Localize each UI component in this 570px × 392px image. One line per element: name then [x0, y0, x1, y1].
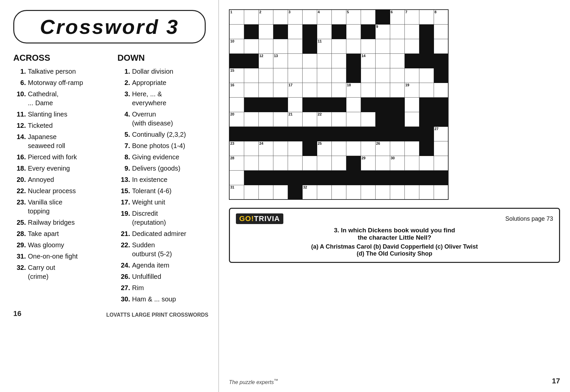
left-page: Crossword 3 ACROSS 1.Talkative person6.M…	[0, 0, 219, 392]
trivia-header: GO!TRIVIA Solutions page 73	[236, 213, 553, 224]
list-item: 17.Weight unit	[117, 198, 208, 207]
table-row	[244, 156, 258, 170]
table-row	[331, 112, 346, 126]
table-row	[317, 126, 331, 141]
left-footer: 16 LOVATTS LARGE PRINT CROSSWORDS	[13, 306, 208, 318]
cell-number: 3	[289, 10, 291, 14]
cell-number: 25	[318, 142, 322, 145]
table-row: 5	[346, 10, 361, 24]
clue-text: Every evening	[28, 164, 70, 173]
across-clues-list: 1.Talkative person6.Motorway off-ramp10.…	[13, 67, 104, 281]
list-item: 9.Delivers (goods)	[117, 164, 208, 173]
table-row	[375, 185, 390, 199]
trademark: ™	[274, 378, 278, 383]
page-number-left: 16	[13, 309, 21, 318]
table-row	[346, 97, 361, 112]
table-row	[375, 112, 390, 126]
table-row	[346, 170, 361, 185]
table-row	[361, 68, 375, 83]
page-number-right: 17	[552, 377, 560, 385]
clue-text: Ham & ... soup	[132, 295, 176, 304]
puzzle-experts-label: The puzzle experts	[229, 379, 274, 385]
list-item: 30.Ham & ... soup	[117, 295, 208, 304]
clue-text: Ticketed	[28, 121, 53, 130]
table-row	[273, 126, 288, 141]
table-row	[434, 53, 448, 68]
cell-number: 8	[435, 10, 437, 14]
table-row	[331, 53, 346, 68]
table-row	[390, 24, 404, 39]
table-row: 31	[229, 185, 244, 199]
clue-number: 30.	[117, 295, 130, 304]
clue-number: 32.	[13, 263, 26, 281]
table-row: 12	[258, 53, 273, 68]
list-item: 18.Every evening	[13, 164, 104, 173]
table-row	[434, 185, 448, 199]
clue-text: Tolerant (4-6)	[132, 187, 172, 196]
right-footer: The puzzle experts™ 17	[229, 373, 560, 385]
clue-text: Suddenoutburst (5-2)	[132, 241, 172, 259]
table-row	[375, 39, 390, 53]
table-row: 15	[229, 68, 244, 83]
list-item: 10.Cathedral,... Dame	[13, 90, 104, 108]
table-row	[273, 97, 288, 112]
table-row	[302, 112, 317, 126]
right-page: 1234567891011121314151617181920212227232…	[219, 0, 570, 392]
clue-text: Weight unit	[132, 198, 165, 207]
list-item: 32.Carry out(crime)	[13, 263, 104, 281]
table-row	[229, 170, 244, 185]
clue-text: Slanting lines	[28, 110, 67, 119]
table-row	[317, 185, 331, 199]
clue-text: Motorway off-ramp	[28, 78, 83, 87]
puzzle-experts: The puzzle experts™	[229, 378, 278, 385]
table-row	[331, 156, 346, 170]
table-row	[244, 112, 258, 126]
title-box: Crossword 3	[13, 10, 206, 43]
table-row: 29	[361, 156, 375, 170]
table-row	[404, 170, 419, 185]
clue-text: Giving evidence	[132, 153, 179, 162]
table-row	[346, 141, 361, 156]
table-row: 9	[375, 24, 390, 39]
table-row	[375, 10, 390, 24]
clue-number: 27.	[117, 283, 130, 292]
clue-text: Carry out(crime)	[28, 263, 55, 281]
table-row	[288, 141, 302, 156]
table-row	[419, 126, 434, 141]
clue-text: Annoyed	[28, 175, 54, 184]
clue-number: 13.	[117, 175, 130, 184]
clue-text: Vanilla slicetopping	[28, 198, 62, 216]
table-row	[346, 126, 361, 141]
table-row	[346, 39, 361, 53]
table-row: 7	[404, 10, 419, 24]
table-row	[361, 112, 375, 126]
table-row	[419, 97, 434, 112]
clue-number: 22.	[117, 241, 130, 259]
across-column: ACROSS 1.Talkative person6.Motorway off-…	[13, 53, 104, 306]
cell-number: 14	[362, 54, 366, 58]
list-item: 13.In existence	[117, 175, 208, 184]
list-item: 6.Motorway off-ramp	[13, 78, 104, 87]
table-row	[288, 24, 302, 39]
clue-number: 5.	[117, 130, 130, 139]
cell-number: 5	[347, 10, 349, 14]
table-row	[404, 185, 419, 199]
table-row	[273, 185, 288, 199]
table-row	[273, 24, 288, 39]
cell-number: 6	[391, 10, 393, 14]
table-row	[331, 141, 346, 156]
clue-text: Bone photos (1-4)	[132, 141, 185, 150]
trivia-box: GO!TRIVIA Solutions page 73 3. In which …	[229, 208, 560, 263]
table-row	[331, 39, 346, 53]
footer-center: LOVATTS LARGE PRINT CROSSWORDS	[106, 312, 208, 318]
list-item: 11.Slanting lines	[13, 110, 104, 119]
cell-number: 17	[289, 83, 293, 87]
table-row	[434, 39, 448, 53]
table-row	[434, 24, 448, 39]
list-item: 22.Nuclear process	[13, 187, 104, 196]
clue-number: 9.	[117, 164, 130, 173]
table-row	[244, 185, 258, 199]
cell-number: 12	[259, 54, 263, 58]
table-row	[375, 97, 390, 112]
table-row	[346, 68, 361, 83]
